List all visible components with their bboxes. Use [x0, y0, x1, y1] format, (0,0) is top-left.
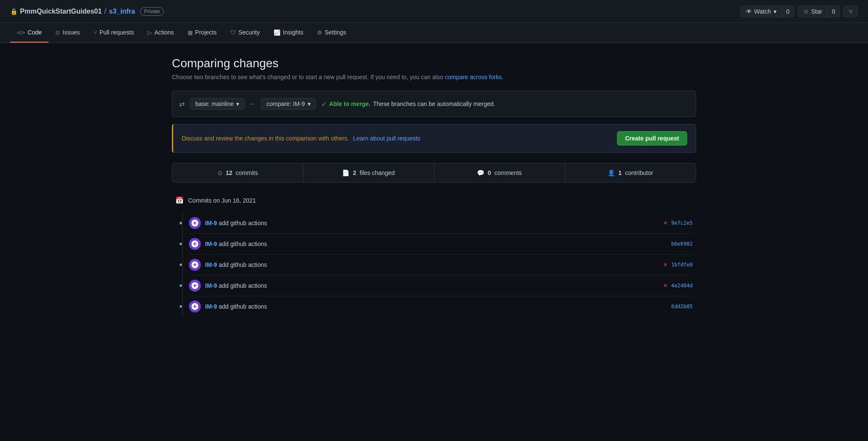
commit-user[interactable]: IM-9: [205, 282, 217, 289]
commit-status-icon: ✕: [663, 220, 668, 226]
tab-insights-label: Insights: [283, 29, 303, 36]
commit-hash-area: 6dd2b85: [671, 304, 693, 309]
commit-action: add github actions: [219, 282, 267, 289]
files-changed-stat[interactable]: 📄 2 files changed: [303, 163, 434, 182]
files-changed-count: 2: [353, 169, 356, 176]
compare-forks-link[interactable]: compare across forks.: [445, 74, 504, 80]
commit-message: IM-9 add github actions: [205, 282, 663, 289]
watch-button[interactable]: 👁 Watch ▾: [740, 6, 782, 17]
compare-branch-select[interactable]: compare: IM-9 ▾: [261, 98, 316, 110]
stats-bar: ⊙ 12 commits 📄 2 files changed 💬 0 comme…: [172, 163, 696, 183]
star-button[interactable]: ☆ Star: [798, 6, 828, 17]
commit-message: IM-9 add github actions: [205, 261, 663, 268]
commit-dot: [179, 284, 183, 288]
commits-stat[interactable]: ⊙ 12 commits: [172, 163, 303, 182]
commit-user[interactable]: IM-9: [205, 261, 217, 268]
settings-icon: ⚙: [317, 29, 322, 36]
commit-dot: [179, 221, 183, 225]
contributors-count: 1: [618, 169, 622, 176]
tab-issues[interactable]: ⊙ Issues: [49, 23, 86, 43]
info-banner: Discuss and review the changes in this c…: [172, 124, 696, 153]
commits-section: 📅 Commits on Jun 16, 2021 IM-9 add githu…: [172, 193, 696, 317]
table-row: IM-9 add github actions ✕ 1bfdfe0: [189, 255, 693, 275]
fork-icon: ⑂: [849, 8, 852, 15]
commit-hash-link[interactable]: 6dd2b85: [671, 304, 693, 309]
commits-date-label: Commits on Jun 16, 2021: [188, 197, 256, 204]
commit-user[interactable]: IM-9: [205, 303, 217, 310]
avatar: [189, 217, 201, 229]
commit-dot: [179, 304, 183, 309]
avatar: [189, 238, 201, 250]
contributors-icon: 👤: [608, 169, 615, 176]
commit-hash-link[interactable]: b6e6902: [671, 241, 693, 247]
projects-icon: ▦: [188, 29, 193, 36]
tab-insights[interactable]: 📈 Insights: [267, 23, 310, 43]
lock-icon: 🔒: [10, 8, 17, 15]
table-row: IM-9 add github actions 6dd2b85: [189, 296, 693, 317]
commit-hash-link[interactable]: 4e2404d: [671, 283, 693, 289]
tab-actions[interactable]: ▷ Actions: [141, 23, 181, 43]
tab-projects[interactable]: ▦ Projects: [181, 23, 224, 43]
commit-timeline: IM-9 add github actions ✕ 9e7c2e5 IM-9 a…: [175, 213, 693, 317]
comments-stat[interactable]: 💬 0 comments: [434, 163, 565, 182]
commit-dot: [179, 242, 183, 246]
comments-count: 0: [488, 169, 491, 176]
chevron-down-icon: ▾: [236, 100, 239, 107]
commit-dot: [179, 263, 183, 267]
commit-action: add github actions: [219, 261, 267, 268]
commits-label: commits: [236, 169, 258, 176]
eye-icon: 👁: [746, 8, 752, 15]
tab-issues-label: Issues: [63, 29, 80, 36]
fork-button[interactable]: ⑂: [843, 6, 858, 17]
repo-name[interactable]: s3_infra: [109, 8, 135, 15]
tab-security-label: Security: [238, 29, 260, 36]
tab-actions-label: Actions: [154, 29, 174, 36]
commit-action: add github actions: [219, 303, 267, 310]
merge-status: ✓ Able to merge. These branches can be a…: [321, 100, 495, 108]
create-pull-request-button[interactable]: Create pull request: [617, 131, 687, 146]
table-row: IM-9 add github actions ✕ 4e2404d: [189, 275, 693, 296]
nav-tabs: </> Code ⊙ Issues ⑂ Pull requests ▷ Acti…: [0, 23, 868, 43]
commit-message: IM-9 add github actions: [205, 303, 671, 310]
code-icon: </>: [17, 29, 25, 36]
commits-count: 12: [226, 169, 233, 176]
table-row: IM-9 add github actions b6e6902: [189, 234, 693, 255]
commit-action: add github actions: [219, 241, 267, 247]
commit-hash-link[interactable]: 9e7c2e5: [671, 220, 693, 226]
commit-status-icon: ✕: [663, 283, 668, 289]
able-merge-text: Able to merge.: [329, 100, 371, 107]
separator: /: [104, 7, 106, 16]
private-badge: Private: [140, 7, 163, 16]
commit-hash-area: ✕ 1bfdfe0: [663, 262, 693, 268]
commit-hash-link[interactable]: 1bfdfe0: [671, 262, 693, 268]
tab-code[interactable]: </> Code: [10, 23, 49, 43]
contributors-stat[interactable]: 👤 1 contributor: [565, 163, 696, 182]
base-branch-select[interactable]: base: mainline ▾: [190, 98, 245, 110]
tab-projects-label: Projects: [195, 29, 217, 36]
chevron-down-icon-2: ▾: [308, 100, 311, 107]
watch-group: 👁 Watch ▾ 0: [740, 6, 794, 17]
files-changed-label: files changed: [360, 169, 395, 176]
commit-user[interactable]: IM-9: [205, 220, 217, 226]
learn-about-pr-link[interactable]: Learn about pull requests: [353, 135, 420, 142]
banner-text: Discuss and review the changes in this c…: [182, 135, 349, 142]
page-title: Comparing changes: [172, 57, 696, 70]
merge-status-rest: These branches can be automatically merg…: [373, 100, 495, 107]
tab-security[interactable]: 🛡 Security: [223, 23, 267, 43]
avatar: [189, 280, 201, 292]
tab-pull-requests[interactable]: ⑂ Pull requests: [87, 23, 141, 43]
commits-icon: ⊙: [217, 169, 223, 176]
tab-code-label: Code: [28, 29, 42, 36]
watch-count: 0: [782, 6, 794, 17]
files-changed-icon: 📄: [342, 169, 349, 176]
repo-owner[interactable]: PmmQuickStartGuides01: [20, 8, 102, 15]
tab-settings[interactable]: ⚙ Settings: [310, 23, 353, 43]
commit-hash-area: ✕ 9e7c2e5: [663, 220, 693, 226]
compare-bar: ⇄ base: mainline ▾ ← compare: IM-9 ▾ ✓ A…: [172, 91, 696, 117]
commit-user[interactable]: IM-9: [205, 241, 217, 247]
page-subtitle: Choose two branches to see what's change…: [172, 74, 696, 80]
pull-requests-icon: ⑂: [94, 29, 97, 36]
avatar: [189, 301, 201, 312]
main-content: Comparing changes Choose two branches to…: [162, 43, 706, 330]
security-icon: 🛡: [230, 29, 236, 36]
